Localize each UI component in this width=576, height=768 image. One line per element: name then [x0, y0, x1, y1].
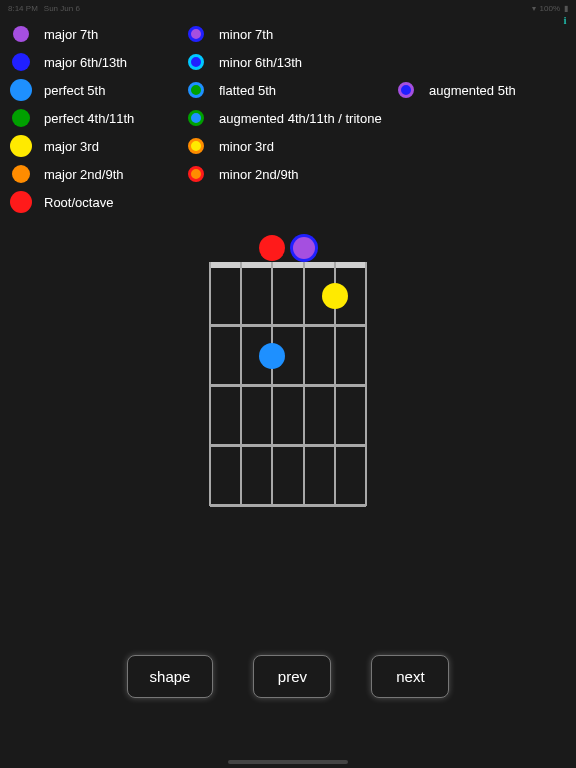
legend-row: major 3rdminor 3rd — [12, 132, 564, 160]
fret-note-icon — [259, 343, 285, 369]
legend-label: minor 2nd/9th — [219, 167, 299, 182]
legend-dot-icon — [188, 82, 204, 98]
string-line — [365, 262, 367, 506]
status-date: Sun Jun 6 — [44, 4, 80, 13]
legend-row: Root/octave — [12, 188, 564, 216]
legend-row: perfect 4th/11thaugmented 4th/11th / tri… — [12, 104, 564, 132]
legend-label: augmented 4th/11th / tritone — [219, 111, 382, 126]
legend-dot-icon — [188, 26, 204, 42]
legend-dot-icon — [10, 79, 32, 101]
legend-label: augmented 5th — [429, 83, 516, 98]
legend-dot-icon — [398, 82, 414, 98]
legend-dot-icon — [188, 138, 204, 154]
legend-dot-icon — [188, 166, 204, 182]
battery-label: 100% — [540, 4, 560, 13]
legend-dot-icon — [188, 54, 204, 70]
legend: major 7thminor 7thmajor 6th/13thminor 6t… — [0, 16, 576, 216]
controls: shape prev next — [0, 655, 576, 698]
legend-cell: perfect 5th — [12, 79, 187, 101]
string-line — [240, 262, 242, 506]
legend-cell: major 7th — [12, 26, 187, 42]
legend-label: minor 3rd — [219, 139, 274, 154]
status-time: 8:14 PM — [8, 4, 38, 13]
fret-note-icon — [322, 283, 348, 309]
status-bar: 8:14 PM Sun Jun 6 ▾ 100% ▮ — [0, 0, 576, 16]
info-button[interactable]: i — [560, 14, 570, 24]
legend-label: major 2nd/9th — [44, 167, 124, 182]
fret-line — [210, 444, 366, 447]
fret-note-icon — [293, 237, 315, 259]
legend-cell: perfect 4th/11th — [12, 109, 187, 127]
legend-cell: major 2nd/9th — [12, 165, 187, 183]
string-line — [303, 262, 305, 506]
legend-cell: flatted 5th — [187, 82, 397, 98]
fretboard — [210, 234, 366, 524]
legend-cell: augmented 5th — [397, 82, 516, 98]
legend-label: minor 7th — [219, 27, 273, 42]
legend-row: major 6th/13thminor 6th/13th — [12, 48, 564, 76]
legend-cell: major 6th/13th — [12, 53, 187, 71]
legend-cell: augmented 4th/11th / tritone — [187, 110, 397, 126]
prev-button[interactable]: prev — [253, 655, 331, 698]
fretboard-container — [0, 234, 576, 524]
legend-label: Root/octave — [44, 195, 113, 210]
legend-dot-icon — [13, 26, 29, 42]
legend-row: perfect 5thflatted 5thaugmented 5th — [12, 76, 564, 104]
legend-label: flatted 5th — [219, 83, 276, 98]
fret-line — [210, 384, 366, 387]
string-line — [271, 262, 273, 506]
battery-icon: ▮ — [564, 4, 568, 13]
legend-label: major 3rd — [44, 139, 99, 154]
legend-row: major 2nd/9thminor 2nd/9th — [12, 160, 564, 188]
shape-button[interactable]: shape — [127, 655, 214, 698]
legend-cell: minor 6th/13th — [187, 54, 397, 70]
string-line — [209, 262, 211, 506]
legend-label: perfect 5th — [44, 83, 105, 98]
legend-dot-icon — [10, 135, 32, 157]
legend-dot-icon — [12, 165, 30, 183]
fret-line — [210, 504, 366, 507]
legend-row: major 7thminor 7th — [12, 20, 564, 48]
legend-label: major 6th/13th — [44, 55, 127, 70]
legend-dot-icon — [188, 110, 204, 126]
nut — [210, 262, 366, 268]
fret-line — [210, 324, 366, 327]
legend-label: major 7th — [44, 27, 98, 42]
legend-dot-icon — [12, 53, 30, 71]
legend-cell: minor 2nd/9th — [187, 166, 397, 182]
legend-cell: minor 3rd — [187, 138, 397, 154]
legend-dot-icon — [12, 109, 30, 127]
fret-note-icon — [259, 235, 285, 261]
next-button[interactable]: next — [371, 655, 449, 698]
legend-label: perfect 4th/11th — [44, 111, 134, 126]
legend-cell: Root/octave — [12, 191, 187, 213]
legend-label: minor 6th/13th — [219, 55, 302, 70]
wifi-icon: ▾ — [532, 4, 536, 13]
legend-cell: major 3rd — [12, 135, 187, 157]
legend-dot-icon — [10, 191, 32, 213]
legend-cell: minor 7th — [187, 26, 397, 42]
home-indicator — [228, 760, 348, 764]
